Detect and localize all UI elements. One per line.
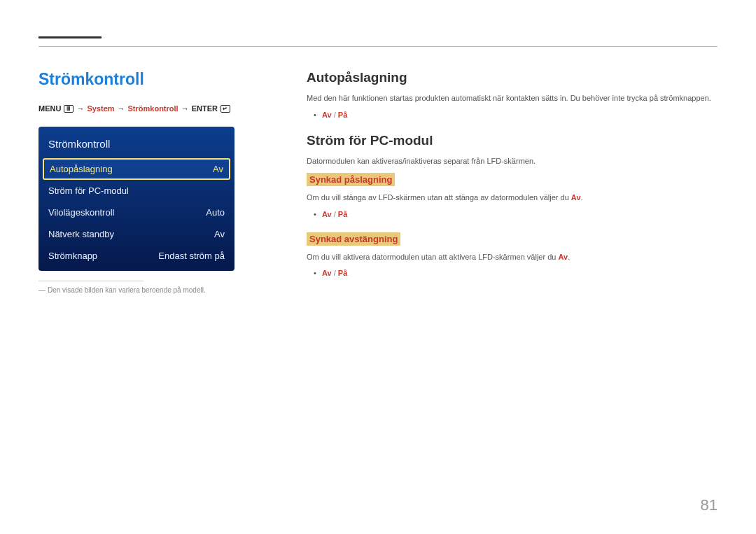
osd-row-value: Endast ström på (158, 251, 225, 261)
text-pre: Om du vill aktivera datormodulen utan at… (307, 253, 559, 261)
page-number: 81 (701, 496, 718, 514)
header-divider (38, 46, 718, 47)
text-post: . (581, 193, 583, 202)
section-heading: Ström för PC-modul (307, 133, 718, 148)
osd-row-label: Nätverk standby (48, 229, 114, 239)
option-pa: På (338, 269, 347, 277)
footnote-divider (38, 281, 144, 281)
option-separator: / (332, 111, 338, 119)
option-list: Av / På (307, 269, 718, 277)
page-title: Strömkontroll (38, 70, 287, 89)
osd-menu-panel: Strömkontroll Autopåslagning Av Ström fö… (38, 127, 234, 271)
breadcrumb: MENU Ⅲ → System → Strömkontroll → ENTER … (38, 104, 287, 113)
footnote-dash: ― (38, 286, 46, 294)
osd-menu-row-vilolage[interactable]: Vilolägeskontroll Auto (38, 202, 234, 223)
option-av: Av (322, 210, 332, 218)
osd-row-label: Ström för PC-modul (48, 185, 129, 196)
osd-row-label: Autopåslagning (50, 164, 113, 174)
subsection-synkad-avstangning: Synkad avstängning Om du vill aktivera d… (307, 232, 718, 278)
header-accent-bar (38, 36, 102, 38)
section-text: Datormodulen kan aktiveras/inaktiveras s… (307, 155, 718, 168)
page-content: Strömkontroll MENU Ⅲ → System → Strömkon… (38, 70, 718, 295)
left-column: Strömkontroll MENU Ⅲ → System → Strömkon… (38, 70, 287, 295)
subsection-heading: Synkad påslagning (307, 173, 395, 186)
breadcrumb-arrow: → (76, 104, 84, 113)
osd-menu-title: Strömkontroll (38, 134, 234, 158)
breadcrumb-system: System (87, 104, 114, 113)
option-list: Av / På (307, 210, 718, 218)
text-pre: Om du vill stänga av LFD-skärmen utan at… (307, 193, 571, 202)
option-separator: / (332, 210, 338, 218)
breadcrumb-arrow: → (118, 104, 125, 113)
osd-row-label: Vilolägeskontroll (48, 207, 114, 218)
osd-row-value: Auto (206, 207, 225, 218)
option-pa: På (338, 210, 347, 218)
breadcrumb-enter-label: ENTER (192, 104, 218, 113)
section-text: Med den här funktionen startas produkten… (307, 92, 718, 105)
option-separator: / (332, 269, 338, 277)
footnote: ―Den visade bilden kan variera beroende … (38, 286, 287, 295)
subsection-text: Om du vill stänga av LFD-skärmen utan at… (307, 192, 718, 204)
footnote-text: Den visade bilden kan variera beroende p… (48, 286, 206, 294)
section-pcmodul: Ström för PC-modul Datormodulen kan akti… (307, 133, 718, 278)
osd-row-value: Av (214, 229, 225, 239)
section-heading: Autopåslagning (307, 70, 718, 85)
breadcrumb-arrow: → (181, 104, 189, 113)
breadcrumb-menu-label: MENU (38, 104, 61, 113)
enter-icon: ↵ (220, 105, 230, 113)
section-autopaslagning: Autopåslagning Med den här funktionen st… (307, 70, 718, 119)
osd-menu-row-autopaslagning[interactable]: Autopåslagning Av (43, 158, 230, 180)
osd-menu-row-pcmodul[interactable]: Ström för PC-modul (38, 180, 234, 202)
osd-menu-row-natverk[interactable]: Nätverk standby Av (38, 223, 234, 245)
text-av-inline: Av (559, 253, 568, 261)
subsection-text: Om du vill aktivera datormodulen utan at… (307, 251, 718, 264)
breadcrumb-stromkontroll: Strömkontroll (128, 104, 178, 113)
osd-row-label: Strömknapp (48, 251, 97, 261)
right-column: Autopåslagning Med den här funktionen st… (307, 70, 718, 295)
option-av: Av (322, 111, 332, 119)
subsection-synkad-paslagning: Synkad påslagning Om du vill stänga av L… (307, 173, 718, 218)
option-av: Av (322, 269, 332, 277)
osd-menu-row-stromknapp[interactable]: Strömknapp Endast ström på (38, 245, 234, 267)
option-list: Av / På (307, 111, 718, 119)
menu-icon: Ⅲ (64, 105, 74, 113)
osd-row-value: Av (213, 164, 223, 174)
option-pa: På (338, 111, 347, 119)
text-av-inline: Av (571, 193, 581, 202)
text-post: . (568, 253, 570, 261)
subsection-heading: Synkad avstängning (307, 232, 400, 246)
